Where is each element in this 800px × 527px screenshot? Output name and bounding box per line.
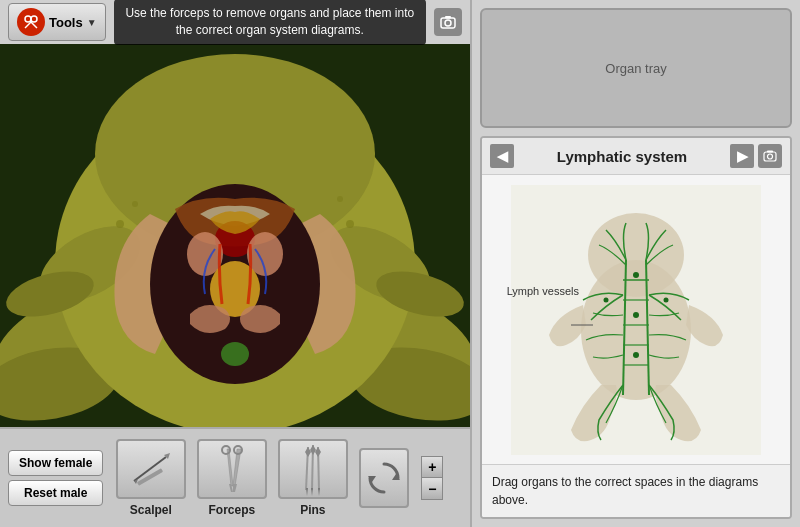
pins-icon-box — [278, 439, 348, 499]
svg-point-27 — [337, 196, 343, 202]
camera-button[interactable] — [434, 8, 462, 36]
svg-rect-6 — [445, 16, 451, 19]
svg-point-44 — [768, 154, 773, 159]
organ-tray: Organ tray — [480, 8, 792, 128]
svg-point-26 — [346, 220, 354, 228]
svg-point-5 — [445, 20, 451, 26]
frog-body — [0, 44, 470, 427]
svg-marker-35 — [305, 447, 311, 457]
bottom-toolbar: Show female Reset male Scalpel — [0, 427, 470, 527]
svg-rect-43 — [764, 152, 776, 161]
zoom-out-button[interactable]: − — [421, 478, 443, 500]
forceps-icon — [207, 444, 257, 494]
scalpel-icon — [126, 449, 176, 489]
reset-male-button[interactable]: Reset male — [8, 480, 103, 506]
svg-point-24 — [116, 220, 124, 228]
rotate-icon — [366, 460, 402, 496]
reset-tool[interactable] — [356, 448, 411, 508]
pins-tool[interactable]: Pins — [275, 439, 350, 517]
camera-icon — [440, 15, 456, 29]
scalpel-label: Scalpel — [130, 503, 172, 517]
right-panel: Organ tray ◀ Lymphatic system ▶ — [470, 0, 800, 527]
diagram-camera-button[interactable] — [758, 144, 782, 168]
tools-label: Tools — [49, 15, 83, 30]
system-viewer: ◀ Lymphatic system ▶ — [480, 136, 792, 519]
diagram-instruction: Drag organs to the correct spaces in the… — [482, 464, 790, 517]
tools-button[interactable]: Tools ▼ — [8, 3, 106, 41]
organ-tray-label: Organ tray — [605, 61, 666, 76]
lymphatic-svg — [511, 185, 761, 455]
system-nav: ◀ Lymphatic system ▶ — [482, 138, 790, 175]
svg-point-23 — [221, 342, 249, 366]
svg-marker-40 — [318, 488, 320, 496]
forceps-label: Forceps — [209, 503, 256, 517]
reset-icon-box — [359, 448, 409, 508]
next-system-button[interactable]: ▶ — [730, 144, 754, 168]
svg-rect-45 — [767, 151, 773, 153]
forceps-tool[interactable]: Forceps — [194, 439, 269, 517]
svg-marker-39 — [311, 488, 313, 496]
left-panel: Tools ▼ Use the forceps to remove organs… — [0, 0, 470, 527]
svg-point-57 — [633, 312, 639, 318]
lymph-vessels-label: Lymph vessels — [507, 285, 579, 297]
scalpel-icon-box — [116, 439, 186, 499]
instruction-text: Use the forceps to remove organs and pla… — [125, 6, 414, 37]
top-bar: Tools ▼ Use the forceps to remove organs… — [0, 0, 470, 44]
svg-marker-38 — [306, 488, 308, 496]
frog-anatomy-svg — [0, 44, 470, 427]
instruction-box: Use the forceps to remove organs and pla… — [114, 0, 426, 45]
forceps-icon-box — [197, 439, 267, 499]
scalpel-tool[interactable]: Scalpel — [113, 439, 188, 517]
camera-small-icon — [763, 150, 777, 162]
show-female-button[interactable]: Show female — [8, 450, 103, 476]
main-3d-view[interactable] — [0, 44, 470, 427]
lymphatic-diagram: Lymph vessels — [482, 175, 790, 464]
chevron-down-icon: ▼ — [87, 17, 97, 28]
side-buttons: Show female Reset male — [8, 450, 103, 506]
svg-point-48 — [588, 213, 684, 297]
prev-system-button[interactable]: ◀ — [490, 144, 514, 168]
zoom-controls: + − — [421, 456, 443, 500]
zoom-in-button[interactable]: + — [421, 456, 443, 478]
svg-point-58 — [633, 352, 639, 358]
tools-icon — [17, 8, 45, 36]
svg-marker-37 — [315, 447, 321, 457]
svg-point-25 — [132, 201, 138, 207]
pins-label: Pins — [300, 503, 325, 517]
svg-point-60 — [664, 297, 669, 302]
svg-point-59 — [604, 297, 609, 302]
pins-icon — [288, 442, 338, 497]
system-title: Lymphatic system — [518, 148, 726, 165]
svg-point-56 — [633, 272, 639, 278]
svg-marker-36 — [310, 445, 316, 455]
scissors-icon — [23, 14, 39, 30]
